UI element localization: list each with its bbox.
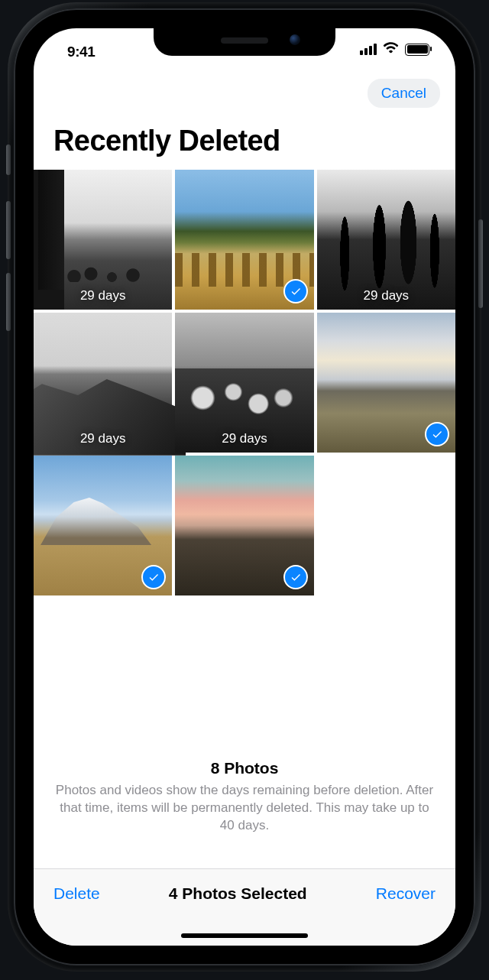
recover-button[interactable]: Recover (376, 884, 436, 903)
phone-frame: 9:41 Cancel Recently Deleted 29 day (8, 2, 481, 972)
info-block: 8 Photos Photos and videos show the days… (34, 595, 455, 835)
selection-status-label: 4 Photos Selected (169, 884, 307, 903)
cellular-icon (360, 44, 377, 55)
photo-thumbnail[interactable]: 29 days (317, 170, 455, 310)
front-camera (290, 34, 300, 45)
screen: 9:41 Cancel Recently Deleted 29 day (34, 28, 455, 946)
photo-thumbnail[interactable] (175, 170, 313, 310)
delete-button[interactable]: Delete (53, 884, 100, 903)
status-time: 9:41 (67, 44, 95, 60)
days-remaining-label: 29 days (175, 431, 313, 446)
home-indicator[interactable] (181, 933, 308, 938)
battery-icon (405, 44, 429, 56)
photo-thumbnail[interactable]: 29 days (175, 313, 313, 453)
photo-thumbnail[interactable] (317, 313, 455, 453)
notch (154, 28, 335, 56)
selected-check-icon (283, 279, 308, 303)
bottom-toolbar: Delete 4 Photos Selected Recover (34, 868, 455, 946)
photo-thumbnail[interactable]: 29 days (34, 313, 172, 453)
side-button (478, 219, 483, 308)
photo-thumbnail[interactable] (175, 456, 313, 595)
days-remaining-label: 29 days (34, 431, 172, 446)
speaker-grille (221, 37, 268, 44)
photo-thumbnail[interactable] (34, 456, 172, 595)
volume-up-button (6, 201, 11, 259)
nav-bar: Cancel (34, 74, 455, 108)
page-title: Recently Deleted (34, 108, 455, 170)
cancel-button[interactable]: Cancel (368, 79, 440, 108)
days-remaining-label: 29 days (317, 288, 455, 303)
info-description: Photos and videos show the days remainin… (52, 782, 437, 835)
wifi-icon (383, 42, 399, 57)
photo-count-label: 8 Photos (52, 759, 437, 777)
photo-thumbnail[interactable]: 29 days (34, 170, 172, 310)
volume-down-button (6, 273, 11, 331)
selected-check-icon (283, 565, 308, 589)
photos-grid: 29 days 29 days 29 days 29 days (34, 170, 455, 595)
mute-switch (6, 144, 11, 175)
days-remaining-label: 29 days (34, 288, 172, 303)
selected-check-icon (425, 422, 449, 446)
